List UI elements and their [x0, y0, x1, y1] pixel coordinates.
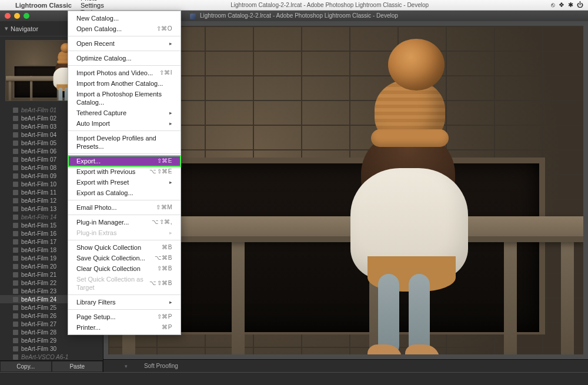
menu-item-export-as-catalog[interactable]: Export as Catalog... [68, 188, 181, 198]
chevron-down-icon[interactable]: ▾ [125, 363, 128, 369]
preset-thumb-icon [13, 346, 18, 351]
filmstrip-collapsed[interactable] [0, 372, 588, 385]
preset-thumb-icon [13, 116, 18, 121]
preset-thumb-icon [13, 338, 18, 343]
app-doc-icon [190, 14, 196, 19]
traffic-lights[interactable] [0, 13, 29, 19]
menu-shortcut: ⌥⇧⌘B [149, 279, 172, 287]
menu-separator [68, 130, 181, 131]
preset-thumb-icon [13, 124, 18, 129]
menu-item-plug-in-manager[interactable]: Plug-in Manager...⌥⇧⌘, [68, 217, 181, 227]
preset-label: beArt-Film 20 [21, 263, 56, 270]
menu-item-label: Import Photos and Video... [76, 69, 153, 77]
preset-row[interactable]: beArt-Film 30 [0, 344, 103, 353]
menu-item-show-quick-collection[interactable]: Show Quick Collection⌘B [68, 242, 181, 253]
menu-separator [68, 51, 181, 51]
preset-row[interactable]: BeArt-VSCO A6-1 [0, 353, 103, 360]
preset-thumb-icon [13, 140, 18, 146]
menu-item-save-quick-collection[interactable]: Save Quick Collection...⌥⌘B [68, 253, 181, 263]
menu-item-label: Open Catalog... [76, 25, 122, 33]
menu-separator [68, 215, 181, 215]
menu-item-import-from-another-catalog[interactable]: Import from Another Catalog... [68, 78, 181, 89]
preset-thumb-icon [13, 322, 18, 327]
preset-thumb-icon [13, 165, 18, 170]
menu-item-label: Import a Photoshop Elements Catalog... [76, 90, 172, 106]
menu-item-label: Export... [76, 157, 101, 165]
preset-thumb-icon [13, 313, 18, 319]
status-icon[interactable]: ⎋ [551, 1, 555, 9]
preset-label: beArt-Film 09 [21, 173, 56, 179]
preset-thumb-icon [13, 330, 18, 335]
menu-separator [68, 309, 181, 310]
menu-item-tethered-capture[interactable]: Tethered Capture [68, 108, 181, 118]
menu-item-optimize-catalog[interactable]: Optimize Catalog... [68, 53, 181, 63]
menu-item-label: Export with Previous [76, 168, 135, 176]
preset-thumb-icon [13, 198, 18, 203]
preset-label: beArt-Film 10 [21, 181, 56, 188]
menu-item-page-setup[interactable]: Page Setup...⇧⌘P [68, 312, 181, 322]
status-icon[interactable]: ⏻ [577, 1, 583, 9]
menu-shortcut: ⌥⌘B [155, 254, 172, 262]
menu-item-export[interactable]: Export...⇧⌘E [68, 156, 181, 166]
zoom-icon[interactable] [24, 13, 29, 19]
preset-label: beArt-Film 11 [21, 189, 56, 196]
preset-label: beArt-Film 17 [21, 239, 56, 245]
menu-item-label: Import from Another Catalog... [76, 79, 163, 88]
menu-item-label: Plug-in Manager... [76, 218, 129, 226]
preset-label: beArt-Film 16 [21, 230, 56, 237]
preset-thumb-icon [13, 190, 18, 195]
copy-button[interactable]: Copy... [0, 361, 52, 372]
status-icon[interactable]: ✱ [568, 1, 573, 9]
menu-separator [68, 294, 181, 295]
menu-item-plug-in-extras: Plug-in Extras [68, 227, 181, 238]
menubar-center-title: Lightroom Catalog-2-2.lrcat - Adobe Phot… [108, 2, 551, 8]
preset-label: beArt-Film 04 [21, 132, 56, 138]
menu-settings[interactable]: Settings [76, 2, 108, 9]
panel-footer: Copy... Paste [0, 360, 103, 372]
menu-item-printer[interactable]: Printer...⌘P [68, 322, 181, 333]
preset-thumb-icon [13, 256, 18, 261]
close-icon[interactable] [5, 13, 11, 19]
preset-thumb-icon [13, 206, 18, 212]
preset-label: beArt-Film 13 [21, 206, 56, 212]
menu-item-clear-quick-collection[interactable]: Clear Quick Collection⇧⌘B [68, 263, 181, 274]
menu-item-label: New Catalog... [76, 14, 119, 22]
preset-label: beArt-Film 24 [21, 296, 56, 303]
preset-row[interactable]: beArt-Film 29 [0, 336, 103, 344]
menu-item-auto-import[interactable]: Auto Import [68, 118, 181, 129]
menu-item-export-with-previous[interactable]: Export with Previous⌥⇧⌘E [68, 166, 181, 177]
menu-item-label: Printer... [76, 323, 101, 332]
paste-button[interactable]: Paste [52, 361, 103, 372]
preset-label: beArt-Film 26 [21, 313, 56, 319]
menu-item-label: Export with Preset [76, 178, 129, 186]
menu-item-import-photos-and-video[interactable]: Import Photos and Video...⇧⌘I [68, 68, 181, 78]
menu-item-open-recent[interactable]: Open Recent [68, 38, 181, 49]
menu-item-open-catalog[interactable]: Open Catalog...⇧⌘O [68, 24, 181, 34]
menu-item-library-filters[interactable]: Library Filters [68, 297, 181, 307]
preset-thumb-icon [13, 215, 18, 220]
menu-separator [68, 36, 181, 36]
preset-label: beArt-Film 05 [21, 140, 56, 146]
preset-label: beArt-Film 14 [21, 214, 56, 220]
menu-item-email-photo[interactable]: Email Photo...⇧⌘M [68, 202, 181, 213]
minimize-icon[interactable] [14, 13, 20, 19]
menu-item-export-with-preset[interactable]: Export with Preset [68, 177, 181, 188]
mac-menubar: Lightroom Classic FileEditDevelopPhotoSe… [0, 0, 588, 11]
menu-item-import-a-photoshop-elements-catalog[interactable]: Import a Photoshop Elements Catalog... [68, 89, 181, 108]
menu-item-label: Email Photo... [76, 203, 116, 212]
menu-shortcut: ⌥⇧⌘, [152, 218, 172, 226]
preset-label: beArt-Film 30 [21, 346, 56, 352]
preset-thumb-icon [13, 108, 18, 113]
preset-label: beArt-Film 15 [21, 222, 56, 229]
preset-thumb-icon [13, 305, 18, 310]
menu-item-import-develop-profiles-and-presets[interactable]: Import Develop Profiles and Presets... [68, 133, 181, 152]
menu-item-label: Clear Quick Collection [76, 265, 141, 273]
menu-item-new-catalog[interactable]: New Catalog... [68, 13, 181, 24]
app-name[interactable]: Lightroom Classic [11, 2, 76, 9]
menu-separator [68, 240, 181, 240]
menu-shortcut: ⇧⌘P [157, 313, 172, 321]
menu-separator [68, 153, 181, 154]
preset-label: beArt-Film 08 [21, 165, 56, 171]
menu-shortcut: ⇧⌘I [159, 69, 172, 77]
status-icon[interactable]: ❖ [559, 1, 564, 9]
